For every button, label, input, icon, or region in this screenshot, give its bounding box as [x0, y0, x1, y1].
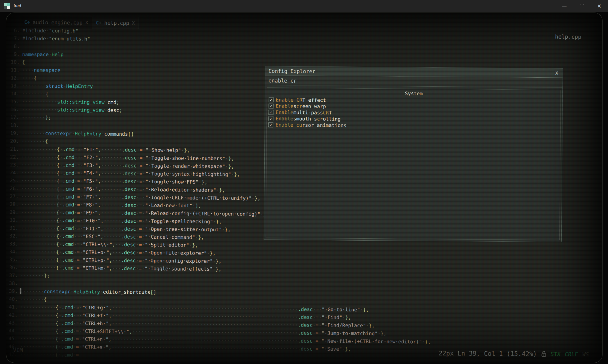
- tab-bar: C+ audio-engine.cpp X C+ help.cpp X: [20, 16, 139, 29]
- line-number: 23.: [6, 161, 19, 169]
- line-number: 24.: [6, 169, 19, 177]
- checkbox-checked-icon[interactable]: ✓: [268, 122, 273, 127]
- maximize-button[interactable]: [573, 0, 591, 12]
- line-number: 12.: [7, 74, 19, 82]
- line-number: 13.: [7, 82, 19, 90]
- status-mode: VIM: [13, 347, 23, 353]
- line-number: 9.: [7, 50, 20, 58]
- item-text: T effect: [302, 97, 326, 103]
- close-button[interactable]: ✕: [591, 0, 608, 12]
- tab-audio-engine[interactable]: C+ audio-engine.cpp X: [20, 16, 92, 29]
- cpp-file-icon: C+: [96, 20, 102, 25]
- line-number: 15.: [7, 98, 19, 105]
- match-highlight-text: CR: [323, 110, 329, 116]
- tab-label: help.cpp: [104, 20, 129, 26]
- line-number: 27.: [6, 192, 19, 200]
- line-number: 6.: [7, 26, 20, 34]
- line-number: 28.: [6, 200, 19, 208]
- maximize-icon: [580, 4, 584, 8]
- match-highlight-text: Enable: [275, 116, 293, 122]
- line-number: 44.: [6, 327, 17, 335]
- status-right: 22px Ln 39, Col 1 (15.42%) STXCRLFWS: [439, 350, 589, 358]
- line-number: 33.: [6, 240, 18, 248]
- config-items: ✓Enable CRT effect✓Enable screen warp✓En…: [268, 96, 559, 130]
- line-number: 41.: [6, 303, 18, 311]
- item-text: olling: [323, 116, 341, 122]
- line-number: 40.: [6, 295, 18, 303]
- line-number: 25.: [6, 177, 19, 184]
- match-highlight-text: cr: [317, 116, 323, 122]
- config-search-query: enable cr: [268, 77, 296, 84]
- match-highlight-text: cr: [296, 103, 302, 109]
- line-number: 14.: [7, 90, 19, 98]
- status-position: 22px Ln 39, Col 1 (15.42%): [439, 350, 537, 357]
- line-number: 39.: [6, 287, 18, 295]
- line-number: 43.: [6, 319, 17, 327]
- line-number: 30.: [6, 216, 18, 224]
- tab-label: audio-engine.cpp: [32, 19, 82, 25]
- line-number: 36.: [6, 263, 18, 271]
- popup-close-button[interactable]: X: [555, 70, 558, 76]
- window-titlebar: fred — ✕: [0, 0, 608, 12]
- tab-help[interactable]: C+ help.cpp X: [92, 17, 139, 29]
- line-number: 7.: [7, 34, 20, 42]
- line-number: 21.: [6, 145, 19, 153]
- config-section-header: System: [267, 89, 561, 97]
- crt-screen: C+ audio-engine.cpp X C+ help.cpp X help…: [6, 13, 603, 363]
- status-flag-ws: WS: [582, 351, 589, 357]
- line-number: 8.: [7, 42, 20, 50]
- match-highlight-text: Enable: [275, 109, 293, 115]
- tab-close-icon[interactable]: X: [132, 20, 135, 26]
- line-number: 16.: [7, 105, 19, 113]
- match-highlight-text: Enable: [276, 103, 293, 109]
- line-number: 29.: [6, 208, 19, 216]
- item-text: rsor animations: [302, 122, 347, 128]
- status-flag-stx: STX: [550, 351, 561, 357]
- line-number: 19.: [7, 129, 19, 137]
- config-list: System ✓Enable CRT effect✓Enable screen …: [266, 87, 561, 240]
- line-number: 26.: [6, 184, 19, 192]
- line-number: 18.: [7, 121, 19, 129]
- item-text: een warp: [302, 103, 326, 109]
- line-number: 31.: [6, 224, 18, 232]
- line-number: 38.: [6, 279, 18, 287]
- cpp-file-icon: C+: [24, 19, 30, 25]
- checkbox-checked-icon[interactable]: ✓: [268, 116, 273, 121]
- crt-ghost: ··}·: [313, 150, 325, 155]
- item-text: T: [329, 110, 332, 116]
- item-text: smooth s: [293, 116, 317, 122]
- config-explorer-popup: Config Explorer X enable cr System ✓Enab…: [264, 66, 563, 242]
- window-title: fred: [14, 4, 21, 8]
- lock-icon: [541, 351, 546, 357]
- crt-ghost: ·e)·: [314, 161, 326, 167]
- line-number: 32.: [6, 232, 18, 240]
- checkbox-checked-icon[interactable]: ✓: [269, 104, 274, 108]
- match-highlight-text: Enable CR: [276, 97, 302, 103]
- status-flags: STXCRLFWS: [550, 351, 589, 357]
- item-text: s: [293, 103, 296, 109]
- line-number: 11.: [7, 66, 20, 74]
- app-icon: [4, 3, 10, 9]
- filename-overlay: help.cpp: [555, 33, 582, 40]
- line-number: 45.: [6, 335, 17, 342]
- line-number: 10.: [7, 58, 20, 66]
- item-text: multi-pass: [293, 110, 323, 116]
- line-number: 22.: [6, 153, 19, 161]
- popup-title: Config Explorer: [269, 68, 316, 74]
- line-number: 35.: [6, 256, 18, 263]
- line-number: 42.: [6, 311, 18, 319]
- config-search-input[interactable]: enable cr: [265, 75, 562, 88]
- minimize-button[interactable]: —: [556, 0, 573, 12]
- checkbox-checked-icon[interactable]: ✓: [269, 97, 274, 102]
- status-flag-crlf: CRLF: [564, 351, 578, 357]
- line-number: 37.: [6, 271, 18, 279]
- line-number: 20.: [7, 137, 19, 145]
- match-highlight-text: Enable cu: [275, 122, 302, 128]
- tab-close-icon[interactable]: X: [85, 20, 88, 25]
- line-number: 34.: [6, 248, 18, 256]
- line-number: 17.: [7, 113, 19, 121]
- checkbox-checked-icon[interactable]: ✓: [268, 110, 273, 115]
